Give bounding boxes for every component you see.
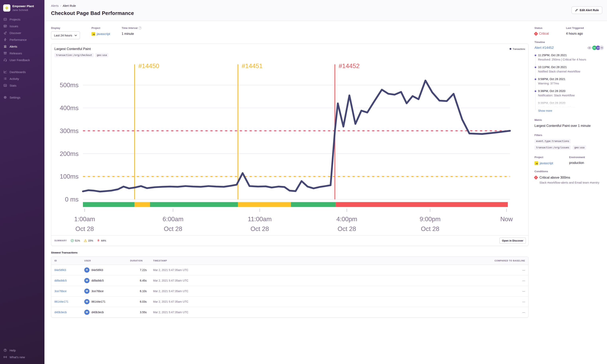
controls-row: Display Last 24 hours Project JS javascr…	[51, 26, 528, 39]
environment-block: Environment production	[569, 156, 604, 165]
svg-text:1:00am: 1:00am	[74, 216, 95, 223]
timeline-label: Timeline	[534, 41, 604, 44]
timeline-entry-desc: Warning: 377ms	[538, 82, 604, 85]
svg-text:Oct 28: Oct 28	[164, 225, 182, 232]
transaction-id-link[interactable]: 86144e171	[54, 300, 68, 303]
projects-icon	[3, 17, 7, 21]
sidebar-item-releases[interactable]: Releases	[3, 50, 41, 57]
legend-dot-icon	[510, 48, 511, 50]
content: Display Last 24 hours Project JS javascr…	[44, 21, 607, 324]
open-in-discover-button[interactable]: Open in Discover	[499, 237, 526, 244]
filter-chip: transaction:/org/issues	[534, 145, 571, 150]
table-row[interactable]: d40b3ecb Wd40b3ecb 3.55s Mar 2, 2021 5:4…	[51, 307, 528, 317]
svg-text:200ms: 200ms	[60, 150, 79, 157]
sidebar-item-dashboards[interactable]: Dashboards	[3, 68, 41, 75]
sidebar-item-discover[interactable]: Discover	[3, 29, 41, 36]
edit-alert-rule-button[interactable]: Edit Alert Rule	[571, 6, 602, 14]
summary-critical: 44%	[97, 239, 106, 242]
lcp-chart-card: Largest Contentful Paint transaction:/or…	[51, 44, 528, 246]
sidebar-item-label: Settings	[10, 96, 20, 99]
col-timestamp: TIMESTAMP	[150, 257, 490, 265]
svg-text:Oct 28: Oct 28	[337, 225, 356, 232]
timestamp-cell: Mar 2, 2021 5:47:35am UTC	[150, 287, 490, 295]
sidebar-item-settings[interactable]: Settings	[3, 94, 41, 101]
environment-value: production	[569, 161, 604, 165]
summary-warning: 15%	[84, 239, 93, 242]
summary-ok: 51%	[70, 239, 80, 242]
transaction-id-link[interactable]: 84e58f43	[54, 268, 66, 272]
tag-transaction: transaction:/org/checkout	[54, 53, 94, 57]
table-row[interactable]: 84e58f43 R84e58f43 7.22s Mar 2, 2021 5:4…	[51, 265, 528, 275]
sidebar-item-user-feedback[interactable]: User Feedback	[3, 57, 41, 63]
sidebar-item-alerts[interactable]: Alerts	[3, 43, 41, 50]
last-triggered-value: 4 hours ago	[566, 32, 604, 36]
metric-value: Largest Contentful Paint over 1 minute	[534, 124, 604, 128]
svg-text:#14452: #14452	[339, 63, 360, 69]
sidebar-item-help[interactable]: Help	[3, 347, 41, 354]
timestamp-cell: Mar 2, 2021 5:47:35am UTC	[150, 266, 490, 274]
table-row[interactable]: 86144e171 W86144e171 6.03s Mar 2, 2021 5…	[51, 296, 528, 307]
svg-text:100ms: 100ms	[60, 173, 79, 180]
timeline-entry-time: 11:25PM, Oct 28 2021	[538, 53, 604, 57]
timeline-entry-faded: 9:36PM, Oct 28 2020 Notification: Slack …	[538, 101, 604, 109]
empower-plant-logo-icon	[4, 6, 9, 10]
sidebar-item-performance[interactable]: Performance	[3, 36, 41, 43]
display-value: Last 24 hours	[54, 34, 72, 37]
eye-icon[interactable]	[587, 46, 592, 49]
sidebar-item-whats-new[interactable]: What's new	[3, 354, 41, 360]
page-title: Checkout Page Bad Performance	[51, 10, 134, 16]
activity-icon	[3, 77, 7, 81]
condition-subtitle: Slack #workflow-alerts and Email team #s…	[540, 181, 604, 184]
project-label: Project	[534, 156, 569, 159]
user-id: d40b3ecb	[92, 311, 104, 314]
svg-text:Oct 28: Oct 28	[75, 225, 94, 232]
duration-cell: 6.45s	[127, 276, 150, 285]
baseline-cell: —	[490, 308, 528, 316]
col-baseline: COMPARED TO BASELINE	[490, 257, 528, 265]
sidebar-nav: Projects Issues Discover Performance Ale…	[0, 16, 44, 101]
show-more-link[interactable]: Show more	[538, 109, 552, 112]
table-row[interactable]: 3ce76bce W3ce76bce 6.10s Mar 2, 2021 5:4…	[51, 286, 528, 296]
project-env-section: Project JS javascript Environment produc…	[534, 156, 604, 165]
chart-legend[interactable]: Transactions	[510, 47, 525, 57]
filters-label: Filters	[534, 134, 604, 137]
svg-text:9:00pm: 9:00pm	[420, 216, 441, 223]
display-select[interactable]: Last 24 hours	[51, 31, 80, 39]
transaction-id-link[interactable]: dd9a9dc5	[54, 279, 67, 282]
last-triggered-label: Last Triggered	[566, 26, 604, 29]
help-circle-icon[interactable]: ?	[138, 26, 141, 29]
sidebar-item-issues[interactable]: Issues	[3, 23, 41, 29]
table-header: ID USER DURATION TIMESTAMP COMPARED TO B…	[51, 257, 528, 265]
display-label: Display	[51, 26, 80, 29]
interval-value: 1 minute	[121, 32, 141, 36]
table-row[interactable]: dd9a9dc5 Wdd9a9dc5 6.45s Mar 2, 2021 5:4…	[51, 275, 528, 286]
sidebar-item-label: Projects	[10, 18, 20, 21]
transaction-id-link[interactable]: 3ce76bce	[54, 289, 67, 293]
user-id: 86144e171	[92, 300, 105, 303]
edit-alert-rule-label: Edit Alert Rule	[580, 9, 599, 12]
chevron-right-icon: ›	[60, 4, 61, 7]
legend-label: Transactions	[513, 48, 525, 50]
sidebar-item-activity[interactable]: Activity	[3, 75, 41, 82]
summary-label: SUMMARY	[54, 239, 67, 242]
svg-text:400ms: 400ms	[60, 104, 79, 112]
dashboards-icon	[3, 70, 7, 74]
sidebar-item-projects[interactable]: Projects	[3, 16, 41, 23]
svg-text:#14450: #14450	[138, 63, 160, 69]
issues-icon	[3, 24, 7, 28]
project-link[interactable]: javascript	[97, 32, 110, 36]
project-block: Project JS javascript	[534, 156, 569, 165]
timeline-entry-desc: Resolved: 250ms | Critical for 4 hours	[538, 58, 604, 61]
project-link[interactable]: javascript	[540, 161, 553, 165]
user-avatar: W	[84, 278, 90, 283]
transaction-id-link[interactable]: d40b3ecb	[54, 311, 67, 314]
baseline-cell: —	[490, 298, 528, 306]
user-avatar: W	[84, 310, 90, 315]
fire-icon	[97, 239, 100, 242]
org-name: Empower Plant	[12, 4, 34, 8]
org-switcher[interactable]: Empower Plant Jane Schmidt	[0, 3, 44, 16]
user-avatar: W	[84, 288, 90, 294]
alert-link[interactable]: Alert #14452	[534, 46, 553, 50]
sidebar-item-stats[interactable]: Stats	[3, 82, 41, 89]
breadcrumb-alerts[interactable]: Alerts	[51, 4, 59, 7]
